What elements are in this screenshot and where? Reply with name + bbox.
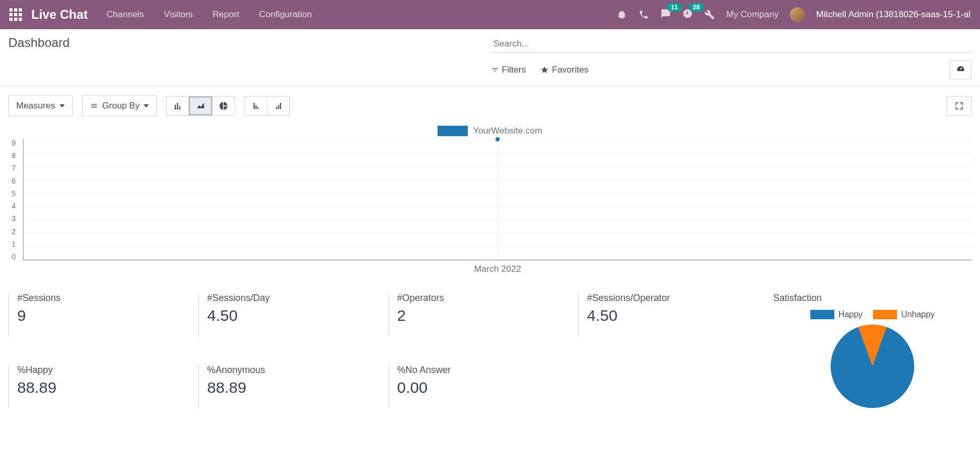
- pie-chart-button[interactable]: [212, 96, 235, 116]
- chart-type-group: [166, 96, 235, 116]
- pie-chart-icon: [219, 101, 228, 111]
- company-selector[interactable]: My Company: [726, 9, 778, 20]
- legend-swatch: [438, 126, 468, 136]
- filters-button[interactable]: Filters: [491, 65, 526, 75]
- gauge-icon: [955, 65, 966, 73]
- messages-badge: 11: [667, 3, 682, 11]
- line-chart[interactable]: 9 8 7 6 5 4 3 2 1 0 March 2022: [18, 139, 972, 276]
- page-title: Dashboard: [8, 35, 69, 50]
- navbar: Live Chat Channels Visitors Report Confi…: [0, 0, 980, 29]
- nav-channels[interactable]: Channels: [107, 9, 144, 20]
- messages-button[interactable]: 11: [660, 8, 671, 21]
- sort-desc-icon: [251, 101, 261, 111]
- phone-icon[interactable]: [639, 9, 649, 20]
- user-menu[interactable]: Mitchell Admin (13818026-saas-15-1-al: [816, 9, 971, 20]
- activities-badge: 28: [689, 3, 704, 11]
- plot-area: March 2022: [23, 139, 972, 260]
- stat-anonymous: %Anonymous88.89: [198, 365, 372, 408]
- search-input[interactable]: [491, 35, 972, 53]
- stat-sessions-day: #Sessions/Day4.50: [198, 293, 372, 336]
- nav-links: Channels Visitors Report Configuration: [107, 9, 312, 20]
- sort-group: [244, 96, 290, 116]
- list-icon: [90, 102, 98, 110]
- star-icon: [540, 66, 549, 74]
- nav-report[interactable]: Report: [212, 9, 239, 20]
- satisfaction-panel: Satisfaction Happy Unhappy: [773, 293, 972, 408]
- dashboard-view-button[interactable]: [950, 60, 972, 79]
- expand-button[interactable]: [947, 96, 972, 116]
- stat-happy: %Happy88.89: [8, 365, 182, 408]
- legend-happy: Happy: [810, 310, 863, 319]
- stats-section: #Sessions9 #Sessions/Day4.50 #Operators2…: [0, 276, 980, 408]
- wrench-icon[interactable]: [704, 9, 715, 20]
- area-chart-icon: [195, 101, 206, 111]
- legend-swatch-happy: [810, 310, 834, 319]
- pie-chart[interactable]: [819, 312, 926, 419]
- control-panel: Dashboard Filters Favorites: [0, 29, 980, 86]
- stats-grid: #Sessions9 #Sessions/Day4.50 #Operators2…: [8, 293, 751, 408]
- legend-unhappy: Unhappy: [873, 310, 935, 319]
- nav-visitors[interactable]: Visitors: [164, 9, 193, 20]
- bar-chart-icon: [173, 101, 182, 111]
- groupby-button[interactable]: Group By: [82, 95, 157, 116]
- graph-toolbar: Measures Group By: [0, 86, 980, 126]
- y-axis: 9 8 7 6 5 4 3 2 1 0: [8, 139, 16, 260]
- legend-swatch-unhappy: [873, 310, 897, 319]
- sort-asc-icon: [274, 101, 283, 111]
- caret-down-icon: [144, 104, 149, 107]
- chart-legend: YourWebsite.com: [8, 126, 972, 136]
- data-point[interactable]: [495, 137, 500, 141]
- stat-sessions: #Sessions9: [8, 293, 182, 336]
- legend-label: YourWebsite.com: [473, 126, 542, 136]
- bug-icon[interactable]: [617, 9, 627, 20]
- bar-chart-button[interactable]: [166, 96, 189, 116]
- sort-asc-button[interactable]: [267, 96, 290, 116]
- nav-configuration[interactable]: Configuration: [259, 9, 312, 20]
- stat-operators: #Operators2: [388, 293, 562, 336]
- expand-icon: [954, 101, 964, 111]
- measures-button[interactable]: Measures: [8, 95, 73, 116]
- line-chart-button[interactable]: [188, 96, 212, 116]
- chart-area: YourWebsite.com 9 8 7 6 5 4 3 2 1 0 Marc…: [0, 126, 980, 276]
- apps-icon[interactable]: [9, 8, 22, 21]
- funnel-icon: [491, 66, 499, 74]
- avatar[interactable]: [790, 7, 805, 22]
- favorites-button[interactable]: Favorites: [540, 65, 588, 75]
- stat-sessions-operator: #Sessions/Operator4.50: [578, 293, 751, 336]
- satisfaction-title: Satisfaction: [773, 293, 972, 304]
- pie-legend: Happy Unhappy: [773, 310, 972, 319]
- sort-desc-button[interactable]: [244, 96, 267, 116]
- x-axis-label: March 2022: [474, 264, 521, 274]
- stat-no-answer: %No Answer0.00: [388, 365, 562, 408]
- caret-down-icon: [60, 104, 65, 107]
- activities-button[interactable]: 28: [682, 8, 693, 21]
- brand[interactable]: Live Chat: [31, 7, 88, 22]
